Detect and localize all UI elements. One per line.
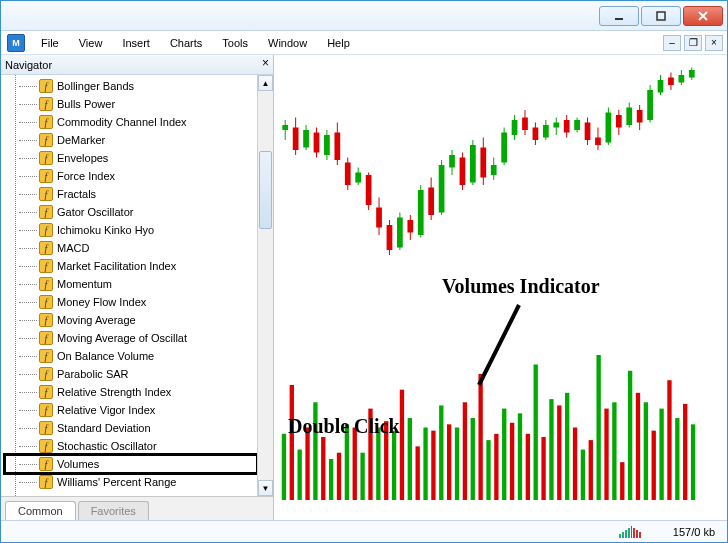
menu-charts[interactable]: Charts [160,35,212,51]
volume-bar [423,428,427,501]
candle [376,208,382,228]
indicator-item-force-index[interactable]: fForce Index [5,167,257,185]
volume-bar [321,437,325,500]
mdi-close-button[interactable]: × [705,35,723,51]
indicator-label: Moving Average [57,314,136,326]
indicator-item-moving-average-of-oscillat[interactable]: fMoving Average of Oscillat [5,329,257,347]
volume-bar [604,409,608,500]
scrollbar-thumb[interactable] [259,151,272,229]
indicator-item-bulls-power[interactable]: fBulls Power [5,95,257,113]
indicator-icon: f [39,421,53,435]
volume-bar [376,428,380,501]
indicator-item-stochastic-oscillator[interactable]: fStochastic Oscillator [5,437,257,455]
candle [522,118,528,131]
indicator-item-macd[interactable]: fMACD [5,239,257,257]
indicator-item-moving-average[interactable]: fMoving Average [5,311,257,329]
volume-bar [573,428,577,501]
indicator-item-williams-percent-range[interactable]: fWilliams' Percent Range [5,473,257,491]
candle [512,120,518,135]
candle [533,128,539,141]
candle [564,120,570,133]
volume-bar [416,446,420,500]
candle [470,145,476,183]
tab-common[interactable]: Common [5,501,76,520]
candle [314,133,320,153]
svg-rect-1 [657,12,665,20]
indicator-label: Ichimoku Kinko Hyo [57,224,154,236]
indicator-label: Volumes [57,458,99,470]
candle [543,125,549,138]
indicator-icon: f [39,475,53,489]
volume-bar [510,423,514,500]
indicator-icon: f [39,277,53,291]
menu-file[interactable]: File [31,35,69,51]
indicator-item-bollinger-bands[interactable]: fBollinger Bands [5,77,257,95]
volume-bar [494,434,498,500]
mdi-minimize-button[interactable]: – [663,35,681,51]
window-close-button[interactable] [683,6,723,26]
candle [647,90,653,120]
window-maximize-button[interactable] [641,6,681,26]
window-minimize-button[interactable] [599,6,639,26]
volume-bar [439,405,443,500]
volume-bar [652,431,656,500]
svg-line-2 [699,12,707,20]
navigator-titlebar: Navigator × [1,55,273,75]
indicator-label: Parabolic SAR [57,368,129,380]
indicator-icon: f [39,331,53,345]
indicator-icon: f [39,169,53,183]
indicator-item-commodity-channel-index[interactable]: fCommodity Channel Index [5,113,257,131]
scrollbar-up-button[interactable]: ▲ [258,75,273,91]
menu-help[interactable]: Help [317,35,360,51]
indicator-item-envelopes[interactable]: fEnvelopes [5,149,257,167]
indicator-item-fractals[interactable]: fFractals [5,185,257,203]
indicator-icon: f [39,385,53,399]
navigator-close-button[interactable]: × [262,57,269,69]
indicator-label: Relative Vigor Index [57,404,155,416]
candle [345,163,351,186]
indicator-item-gator-oscillator[interactable]: fGator Oscillator [5,203,257,221]
indicator-item-momentum[interactable]: fMomentum [5,275,257,293]
status-bandwidth: 157/0 kb [649,526,719,538]
annotation-double-click: Double Click [288,415,400,438]
indicator-item-relative-vigor-index[interactable]: fRelative Vigor Index [5,401,257,419]
menu-tools[interactable]: Tools [212,35,258,51]
indicator-label: Commodity Channel Index [57,116,187,128]
volume-bar [353,428,357,501]
volume-bar [478,374,482,500]
indicator-item-parabolic-sar[interactable]: fParabolic SAR [5,365,257,383]
indicator-icon: f [39,223,53,237]
volume-bar [305,428,309,501]
tree-scrollbar[interactable]: ▲ ▼ [257,75,273,496]
mdi-restore-button[interactable]: ❐ [684,35,702,51]
candle [293,128,299,151]
chart-area[interactable]: Volumes Indicator Double Click [274,55,727,520]
volume-bar [581,450,585,500]
scrollbar-down-button[interactable]: ▼ [258,480,273,496]
indicator-item-money-flow-index[interactable]: fMoney Flow Index [5,293,257,311]
indicator-item-on-balance-volume[interactable]: fOn Balance Volume [5,347,257,365]
tab-favorites[interactable]: Favorites [78,501,149,520]
navigator-tabs: Common Favorites [1,496,273,520]
menu-insert[interactable]: Insert [112,35,160,51]
indicator-item-standard-deviation[interactable]: fStandard Deviation [5,419,257,437]
volume-bar [683,404,687,500]
candle [585,123,591,141]
connection-icon [619,526,641,538]
volume-bar [337,453,341,500]
menu-view[interactable]: View [69,35,113,51]
indicator-item-ichimoku-kinko-hyo[interactable]: fIchimoku Kinko Hyo [5,221,257,239]
volume-bar [431,431,435,500]
candle [303,130,309,148]
indicator-item-market-facilitation-index[interactable]: fMarket Facilitation Index [5,257,257,275]
volume-bar [612,402,616,500]
candle [491,165,497,175]
volume-bar [644,402,648,500]
indicator-item-volumes[interactable]: fVolumes [5,455,257,473]
indicator-item-demarker[interactable]: fDeMarker [5,131,257,149]
svg-line-3 [699,12,707,20]
indicator-label: On Balance Volume [57,350,154,362]
indicator-item-relative-strength-index[interactable]: fRelative Strength Index [5,383,257,401]
indicator-tree[interactable]: fBollinger BandsfBulls PowerfCommodity C… [1,75,257,496]
menu-window[interactable]: Window [258,35,317,51]
